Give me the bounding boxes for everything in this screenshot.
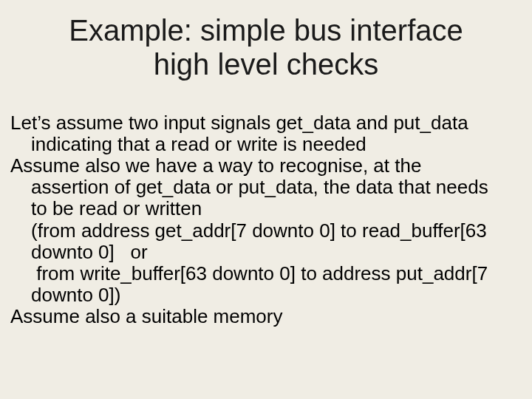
slide-title: Example: simple bus interface high level… <box>0 13 532 81</box>
title-line-1: Example: simple bus interface <box>69 14 463 47</box>
slide-body: Let’s assume two input signals get_data … <box>31 112 501 327</box>
body-para-2: Assume also we have a way to recognise, … <box>31 155 501 219</box>
body-para-5: Assume also a suitable memory <box>31 306 501 327</box>
body-para-4: from write_buffer[63 downto 0] to addres… <box>31 263 501 306</box>
body-para-1: Let’s assume two input signals get_data … <box>31 112 501 155</box>
body-para-3: (from address get_addr[7 downto 0] to re… <box>31 220 501 263</box>
slide: Example: simple bus interface high level… <box>0 0 532 399</box>
title-line-2: high level checks <box>154 48 379 81</box>
